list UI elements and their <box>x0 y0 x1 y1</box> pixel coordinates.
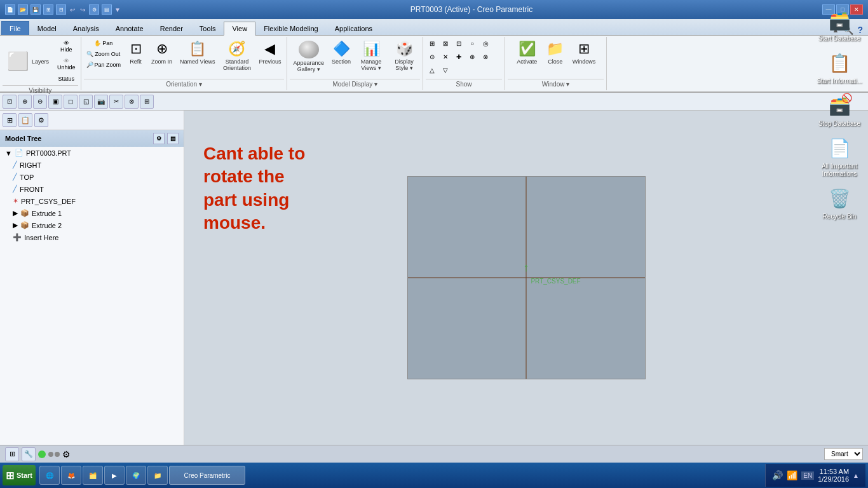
model-display-group: AppearanceGallery ▾ 🔷 Section 📊 ManageVi… <box>287 37 423 90</box>
tray-lang-icon[interactable]: EN <box>801 471 814 480</box>
show-btn-1[interactable]: ⊞ <box>426 38 438 51</box>
tree-item-front[interactable]: ╱ FRONT <box>0 183 184 195</box>
taskbar: ⊞ Start 🌐 🦊 🗂️ ▶ 🌍 📁 Creo Parametric 🔊 📶… <box>0 463 868 488</box>
appearance-gallery-button[interactable]: AppearanceGallery ▾ <box>290 38 327 75</box>
tray-volume-icon[interactable]: 🔊 <box>772 470 783 480</box>
smart-select[interactable]: Smart <box>824 448 863 460</box>
start-button[interactable]: ⊞ Start <box>3 465 36 485</box>
status-btn-1[interactable]: ⊞ <box>5 447 19 461</box>
previous-button[interactable]: ◀ Previous <box>255 38 284 67</box>
show-btn-10[interactable]: ⊗ <box>479 51 492 64</box>
pan-zoom-button[interactable]: 🔎 Pan Zoom <box>84 60 124 70</box>
crosshair-vertical <box>526 177 527 379</box>
taskbar-explorer[interactable]: 🗂️ <box>83 466 103 485</box>
sec-btn-shading[interactable]: ▣ <box>48 95 62 109</box>
tree-item-top[interactable]: ╱ TOP <box>0 171 184 183</box>
undo-button[interactable]: ↩ <box>69 6 76 13</box>
tree-columns-button[interactable]: ▤ <box>167 133 179 144</box>
show-btn-12[interactable]: ▽ <box>439 65 452 78</box>
show-btn-5[interactable]: ◎ <box>479 38 492 51</box>
zoom-in-button[interactable]: ⊕ Zoom In <box>148 38 175 67</box>
taskbar-globe[interactable]: 🌍 <box>126 466 146 485</box>
sec-btn-zoom-fit[interactable]: ⊡ <box>3 95 17 109</box>
tree-item-extrude2[interactable]: ▶ 📦 Extrude 2 <box>0 219 184 231</box>
show-btn-2[interactable]: ⊠ <box>439 38 452 51</box>
desktop-icon-all-info[interactable]: 📄 All Important Informations <box>813 133 865 180</box>
app-icon-open[interactable]: 📂 <box>18 4 28 15</box>
sec-btn-misc2[interactable]: ⊞ <box>140 95 154 109</box>
show-btn-6[interactable]: ⊙ <box>426 51 438 64</box>
sec-btn-zoom-in[interactable]: ⊕ <box>18 95 32 109</box>
unhide-button[interactable]: 👁 Unhide <box>55 56 78 72</box>
sec-btn-misc1[interactable]: ⊗ <box>125 95 139 109</box>
app-icon-misc1[interactable]: ⊞ <box>43 4 53 15</box>
sec-btn-zoom-out[interactable]: ⊖ <box>33 95 47 109</box>
show-btn-4[interactable]: ○ <box>466 38 478 51</box>
app-icon-extra3[interactable]: ▼ <box>114 6 121 13</box>
status-button[interactable]: Status <box>55 74 78 84</box>
tab-annotate[interactable]: Annotate <box>107 21 152 35</box>
pan-button[interactable]: ✋ Pan <box>92 38 115 48</box>
tree-item-csys[interactable]: ✶ PRT_CSYS_DEF <box>0 195 184 207</box>
layers-button[interactable]: ⬜ Layers <box>3 38 53 84</box>
viewport[interactable]: ↑ PRT_CSYS_DEF <box>407 176 646 379</box>
show-btn-3[interactable]: ⊡ <box>452 38 465 51</box>
desktop-icon-stop-db[interactable]: 🗃️ 🚫 Stop Database <box>813 90 865 130</box>
manage-views-button[interactable]: 📊 ManageViews ▾ <box>355 38 387 74</box>
zoom-out-button[interactable]: 🔍 Zoom Out <box>84 49 123 59</box>
sec-btn-hidden[interactable]: ◱ <box>79 95 93 109</box>
tray-notification-icon[interactable]: ▲ <box>853 472 859 479</box>
sec-btn-camera[interactable]: 📷 <box>94 95 108 109</box>
all-info-icon: 📄 <box>827 135 852 161</box>
tab-file[interactable]: File <box>1 21 29 35</box>
tree-item-extrude1[interactable]: ▶ 📦 Extrude 1 <box>0 207 184 219</box>
tab-applications[interactable]: Applications <box>327 21 381 35</box>
taskbar-folder[interactable]: 📁 <box>147 466 168 485</box>
taskbar-media[interactable]: ▶ <box>104 466 125 485</box>
tab-render[interactable]: Render <box>152 21 191 35</box>
tab-view[interactable]: View <box>224 22 255 36</box>
taskbar-firefox[interactable]: 🦊 <box>61 466 81 485</box>
app-icon-extra2[interactable]: ▤ <box>102 4 112 15</box>
tree-icon-1[interactable]: ⊞ <box>3 113 17 127</box>
activate-label: Activate <box>517 58 537 65</box>
desktop-icon-start-info[interactable]: 📋 Start Informati... <box>813 48 865 88</box>
show-btn-11[interactable]: △ <box>426 65 438 78</box>
display-style-button[interactable]: 🎲 DisplayStyle ▾ <box>388 38 420 74</box>
desktop-icon-recycle[interactable]: 🗑️ Recycle Bin <box>813 183 865 223</box>
desktop-icon-start-db[interactable]: 🗃️ Start Database <box>813 5 865 45</box>
standard-orientation-button[interactable]: 🧭 StandardOrientation <box>219 38 254 74</box>
tray-network-icon[interactable]: 📶 <box>787 470 797 480</box>
section-button[interactable]: 🔷 Section <box>329 38 354 67</box>
tab-flexible-modeling[interactable]: Flexible Modeling <box>255 21 327 35</box>
status-btn-2[interactable]: 🔧 <box>22 447 36 461</box>
app-icon-new[interactable]: 📄 <box>5 4 15 15</box>
app-icon-misc2[interactable]: ⊟ <box>56 4 66 15</box>
windows-button[interactable]: ⊞ Windows <box>569 38 599 67</box>
tree-icon-2[interactable]: 📋 <box>18 113 32 127</box>
activate-button[interactable]: ✅ Activate <box>513 38 541 67</box>
tree-item-right[interactable]: ╱ RIGHT <box>0 159 184 171</box>
tab-model[interactable]: Model <box>29 21 65 35</box>
tree-settings-button[interactable]: ⚙ <box>153 133 165 144</box>
show-btn-7[interactable]: ✕ <box>439 51 452 64</box>
tree-item-insert[interactable]: ➕ Insert Here <box>0 231 184 243</box>
show-btn-9[interactable]: ⊕ <box>466 51 478 64</box>
app-icon-save[interactable]: 💾 <box>31 4 41 15</box>
show-btn-8[interactable]: ✚ <box>452 51 465 64</box>
refit-label: Refit <box>130 58 142 65</box>
tab-tools[interactable]: Tools <box>191 21 224 35</box>
named-views-button[interactable]: 📋 Named Views <box>177 38 218 67</box>
tree-item-root[interactable]: ▼ 📄 PRT0003.PRT <box>0 147 184 159</box>
close-button-ribbon[interactable]: 📁 Close <box>543 38 568 67</box>
tree-icon-3[interactable]: ⚙ <box>34 113 48 127</box>
sec-btn-cut[interactable]: ✂ <box>109 95 123 109</box>
hide-button[interactable]: 👁 Hide <box>55 38 78 55</box>
sec-btn-wireframe[interactable]: ◻ <box>64 95 78 109</box>
tab-analysis[interactable]: Analysis <box>65 21 107 35</box>
redo-button[interactable]: ↪ <box>79 6 86 13</box>
refit-button[interactable]: ⊡ Refit <box>125 38 147 67</box>
app-icon-extra[interactable]: ⚙ <box>89 4 99 15</box>
creo-taskbar-button[interactable]: Creo Parametric <box>169 466 245 485</box>
taskbar-ie[interactable]: 🌐 <box>39 466 60 485</box>
